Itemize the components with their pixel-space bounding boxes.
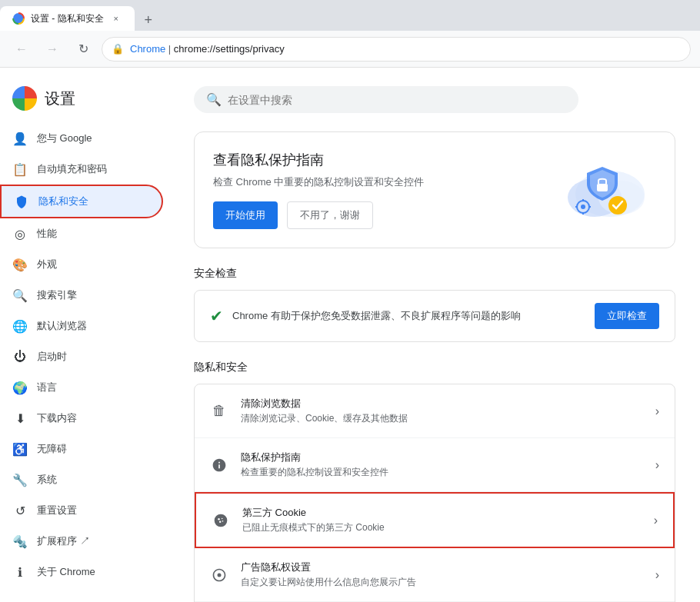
arrow-icon: ›: [654, 514, 658, 527]
browser-tab[interactable]: 设置 - 隐私和安全 ×: [0, 6, 135, 31]
settings-title: 设置: [45, 88, 75, 109]
safety-check-button[interactable]: 立即检查: [595, 303, 659, 329]
clear-data-subtitle: 清除浏览记录、Cookie、缓存及其他数据: [241, 412, 643, 425]
startup-icon: ⏻: [12, 349, 28, 364]
svg-point-12: [215, 514, 228, 527]
sidebar-label-about: 关于 Chrome: [37, 565, 95, 579]
address-text: Chrome | chrome://settings/privacy: [130, 43, 681, 55]
forward-button[interactable]: →: [40, 37, 65, 62]
new-tab-button[interactable]: +: [138, 9, 159, 31]
reset-icon: ↺: [12, 503, 28, 518]
banner-dismiss-button[interactable]: 不用了，谢谢: [287, 201, 373, 229]
guide-icon: [210, 456, 228, 474]
sidebar-label-downloads: 下载内容: [37, 411, 77, 425]
sidebar-label-google: 您与 Google: [37, 131, 92, 145]
sidebar: 设置 👤 您与 Google 📋 自动填充和密码 隐私和安全 ◎ 性能: [0, 68, 169, 602]
trash-icon: 🗑: [210, 402, 228, 421]
sidebar-label-browser: 默认浏览器: [37, 319, 87, 333]
privacy-item-guide[interactable]: 隐私保护指南 检查重要的隐私控制设置和安全控件 ›: [195, 438, 675, 492]
tab-favicon: [12, 12, 25, 25]
privacy-item-third-party-cookie[interactable]: 第三方 Cookie 已阻止无痕模式下的第三方 Cookie ›: [195, 492, 675, 548]
banner-subtitle: 检查 Chrome 中重要的隐私控制设置和安全控件: [213, 175, 424, 189]
privacy-item-ad-privacy[interactable]: 广告隐私权设置 自定义要让网站使用什么信息向您展示广告 ›: [195, 548, 675, 602]
privacy-item-clear-data[interactable]: 🗑 清除浏览数据 清除浏览记录、Cookie、缓存及其他数据 ›: [195, 384, 675, 438]
privacy-item-text: 广告隐私权设置 自定义要让网站使用什么信息向您展示广告: [241, 560, 643, 589]
banner-content: 查看隐私保护指南 检查 Chrome 中重要的隐私控制设置和安全控件 开始使用 …: [213, 151, 424, 229]
ad-icon: [210, 566, 228, 584]
search-icon: 🔍: [206, 92, 222, 107]
appearance-icon: 🎨: [12, 257, 28, 272]
banner-start-button[interactable]: 开始使用: [213, 201, 278, 229]
sidebar-item-search[interactable]: 🔍 搜索引擎: [0, 280, 163, 311]
tab-title: 设置 - 隐私和安全: [31, 12, 104, 25]
sidebar-label-reset: 重置设置: [37, 504, 77, 517]
cookie-subtitle: 已阻止无痕模式下的第三方 Cookie: [242, 521, 642, 534]
sidebar-item-google[interactable]: 👤 您与 Google: [0, 123, 163, 154]
refresh-button[interactable]: ↻: [71, 37, 95, 62]
search-icon: 🔍: [12, 288, 28, 303]
sidebar-item-reset[interactable]: ↺ 重置设置: [0, 495, 163, 526]
address-bar[interactable]: 🔒 Chrome | chrome://settings/privacy: [102, 37, 691, 62]
sidebar-label-accessibility: 无障碍: [37, 442, 67, 456]
guide-title: 隐私保护指南: [241, 451, 643, 464]
system-icon: 🔧: [12, 472, 28, 487]
clear-data-title: 清除浏览数据: [241, 397, 643, 411]
cookie-title: 第三方 Cookie: [242, 506, 642, 520]
search-input[interactable]: [228, 94, 566, 106]
svg-point-15: [219, 521, 222, 523]
person-icon: 👤: [12, 131, 28, 146]
svg-point-13: [218, 518, 220, 521]
sidebar-item-default-browser[interactable]: 🌐 默认浏览器: [0, 311, 163, 341]
svg-point-16: [222, 521, 224, 522]
svg-point-14: [222, 517, 223, 519]
sidebar-item-accessibility[interactable]: ♿ 无障碍: [0, 434, 163, 464]
svg-rect-4: [597, 184, 608, 191]
extensions-icon: 🔩: [12, 534, 28, 549]
accessibility-icon: ♿: [12, 441, 28, 457]
guide-subtitle: 检查重要的隐私控制设置和安全控件: [241, 466, 643, 479]
autofill-icon: 📋: [12, 161, 28, 177]
sidebar-item-performance[interactable]: ◎ 性能: [0, 218, 163, 249]
arrow-icon: ›: [655, 568, 659, 582]
sidebar-item-autofill[interactable]: 📋 自动填充和密码: [0, 154, 163, 185]
privacy-item-text: 第三方 Cookie 已阻止无痕模式下的第三方 Cookie: [242, 506, 642, 534]
sidebar-item-downloads[interactable]: ⬇ 下载内容: [0, 403, 163, 434]
main-panel: 🔍 查看隐私保护指南 检查 Chrome 中重要的隐私控制设置和安全控件 开始使…: [169, 68, 700, 602]
sidebar-item-privacy[interactable]: 隐私和安全: [0, 185, 163, 218]
back-button[interactable]: ←: [9, 37, 34, 62]
safety-check-card: ✔ Chrome 有助于保护您免受数据泄露、不良扩展程序等问题的影响 立即检查: [194, 290, 675, 342]
banner-title: 查看隐私保护指南: [213, 151, 424, 169]
language-icon: 🌍: [12, 380, 28, 395]
search-bar[interactable]: 🔍: [194, 86, 578, 113]
safety-check-left: ✔ Chrome 有助于保护您免受数据泄露、不良扩展程序等问题的影响: [210, 307, 521, 325]
about-icon: ℹ: [12, 564, 28, 580]
sidebar-item-system[interactable]: 🔧 系统: [0, 464, 163, 495]
tab-close-button[interactable]: ×: [110, 12, 122, 25]
banner-buttons: 开始使用 不用了，谢谢: [213, 201, 424, 229]
sidebar-item-startup[interactable]: ⏻ 启动时: [0, 341, 163, 372]
sidebar-logo: 设置: [0, 80, 169, 123]
browser-icon: 🌐: [12, 318, 28, 334]
sidebar-item-appearance[interactable]: 🎨 外观: [0, 249, 163, 280]
sidebar-item-extensions[interactable]: 🔩 扩展程序 ↗: [0, 526, 163, 557]
check-icon: ✔: [210, 307, 223, 325]
sidebar-label-startup: 启动时: [37, 350, 67, 364]
sidebar-label-performance: 性能: [37, 227, 57, 241]
sidebar-label-system: 系统: [37, 473, 57, 487]
chrome-logo-icon: [12, 86, 37, 111]
banner-illustration: [548, 151, 656, 228]
privacy-item-text: 隐私保护指南 检查重要的隐私控制设置和安全控件: [241, 451, 643, 479]
sidebar-item-language[interactable]: 🌍 语言: [0, 372, 163, 403]
sidebar-label-language: 语言: [37, 381, 57, 394]
sidebar-item-about[interactable]: ℹ 关于 Chrome: [0, 557, 163, 587]
sidebar-label-search: 搜索引擎: [37, 288, 77, 302]
ad-title: 广告隐私权设置: [241, 560, 643, 574]
sidebar-label-privacy: 隐私和安全: [38, 195, 88, 208]
sidebar-label-autofill: 自动填充和密码: [37, 162, 107, 176]
arrow-icon: ›: [655, 404, 659, 418]
lock-icon: 🔒: [112, 43, 124, 55]
privacy-section-title: 隐私和安全: [194, 361, 675, 374]
safety-check-text: Chrome 有助于保护您免受数据泄露、不良扩展程序等问题的影响: [232, 309, 521, 323]
svg-point-7: [581, 205, 585, 209]
performance-icon: ◎: [12, 226, 28, 241]
